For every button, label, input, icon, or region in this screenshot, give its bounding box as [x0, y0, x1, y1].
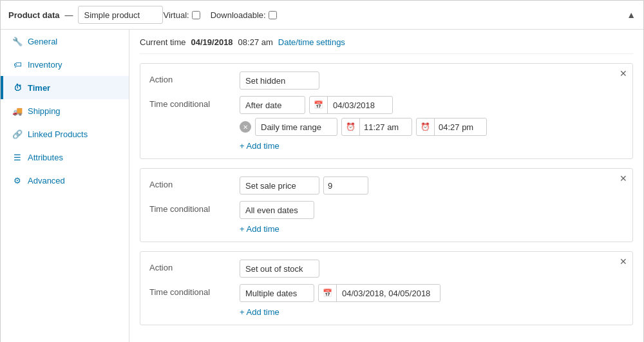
tag-icon: 🏷 [12, 59, 23, 70]
multiple-dates-select[interactable]: Multiple dates After date All even dates [240, 284, 314, 302]
product-data-wrapper: Product data — Simple product Variable p… [0, 0, 644, 342]
header-separator: — [64, 10, 73, 20]
remove-time-range-1[interactable]: ✕ [240, 121, 251, 133]
product-type-select[interactable]: Simple product Variable product Grouped … [78, 6, 163, 24]
action-block-2: ✕ Action Set sale price Set hidden Set v… [140, 168, 633, 242]
action-label-3: Action [149, 260, 233, 272]
action-controls-3: Set out of stock Set hidden Set visible … [240, 260, 623, 278]
date-input-wrapper-3[interactable]: 📅 [318, 284, 440, 302]
action-controls-row-1: Set hidden Set visible Set sale price Se… [240, 71, 623, 90]
time-conditional-row-1: Time conditional After date Before date … [149, 96, 623, 151]
action-select-wrapper-1[interactable]: Set hidden Set visible Set sale price Se… [240, 71, 319, 90]
sidebar-label-general: General [28, 37, 57, 46]
virtual-label[interactable]: Virtual: [163, 10, 200, 20]
time-start-wrapper[interactable]: ⏰ [341, 118, 412, 136]
date-input-wrapper-1[interactable]: 📅 [309, 96, 393, 114]
time-end-wrapper[interactable]: ⏰ [416, 118, 487, 136]
gear-icon: ⚙ [12, 175, 23, 185]
current-time-bar: Current time 04/19/2018 08:27 am Date/ti… [140, 37, 633, 54]
add-time-link-1[interactable]: + Add time [240, 141, 623, 151]
action-controls-row-2: Set sale price Set hidden Set visible Se… [240, 176, 623, 195]
collapse-button[interactable]: ▲ [627, 10, 636, 20]
action-block-3: ✕ Action Set out of stock Set hidden Set… [140, 251, 633, 325]
after-date-select-wrapper[interactable]: After date Before date On date [240, 96, 305, 114]
sidebar-label-inventory: Inventory [28, 60, 62, 70]
action-controls-row-3: Set out of stock Set hidden Set visible … [240, 260, 623, 278]
calendar-icon-1: 📅 [310, 97, 328, 113]
calendar-icon-3: 📅 [319, 285, 337, 301]
action-block-1: ✕ Action Set hidden Set visible Set sale… [140, 63, 633, 159]
daily-time-range-select-wrapper[interactable]: Daily time range Specific time [255, 118, 337, 136]
sidebar: 🔧 General 🏷 Inventory ⏱ Timer 🚚 Shipping… [1, 30, 129, 342]
product-type-select-wrapper[interactable]: Simple product Variable product Grouped … [78, 6, 163, 24]
time-conditional-controls-1: After date Before date On date 📅 [240, 96, 623, 151]
sidebar-item-advanced[interactable]: ⚙ Advanced [1, 169, 129, 192]
add-time-link-3[interactable]: + Add time [240, 307, 623, 317]
action-select-2[interactable]: Set sale price Set hidden Set visible Se… [240, 176, 319, 195]
multiple-dates-input[interactable] [337, 285, 440, 301]
multiple-dates-select-wrapper[interactable]: Multiple dates After date All even dates [240, 284, 314, 302]
sidebar-item-shipping[interactable]: 🚚 Shipping [1, 99, 129, 122]
sidebar-label-timer: Timer [28, 83, 50, 93]
action-label-2: Action [149, 176, 233, 189]
action-select-1[interactable]: Set hidden Set visible Set sale price Se… [240, 71, 319, 90]
action-select-wrapper-2[interactable]: Set sale price Set hidden Set visible Se… [240, 176, 319, 195]
add-action-link[interactable]: + Add action [140, 339, 186, 342]
sidebar-item-timer[interactable]: ⏱ Timer [1, 76, 129, 99]
downloadable-label[interactable]: Downloadable: [211, 10, 277, 20]
sidebar-item-linked-products[interactable]: 🔗 Linked Products [1, 122, 129, 146]
time-cond-row2a: All even dates All odd dates After date [240, 201, 623, 219]
after-date-select[interactable]: After date Before date On date [240, 96, 305, 114]
current-time-value: 08:27 am [238, 37, 273, 47]
action-label-1: Action [149, 71, 233, 84]
time-conditional-controls-2: All even dates All odd dates After date … [240, 201, 623, 234]
action-row-1: Action Set hidden Set visible Set sale p… [149, 71, 623, 90]
time-conditional-row-2: Time conditional All even dates All odd … [149, 201, 623, 234]
all-even-dates-select-wrapper[interactable]: All even dates All odd dates After date [240, 201, 314, 219]
time-cond-row1b: ✕ Daily time range Specific time ⏰ [240, 118, 623, 136]
action-controls-1: Set hidden Set visible Set sale price Se… [240, 71, 623, 90]
clock-start-icon: ⏰ [342, 119, 360, 135]
downloadable-checkbox[interactable] [269, 11, 277, 19]
sidebar-label-advanced: Advanced [28, 176, 65, 185]
current-time-date: 04/19/2018 [191, 37, 233, 47]
sidebar-item-general[interactable]: 🔧 General [1, 30, 129, 53]
daily-time-range-select[interactable]: Daily time range Specific time [255, 118, 337, 136]
time-conditional-row-3: Time conditional Multiple dates After da… [149, 284, 623, 317]
time-start-input[interactable] [360, 119, 412, 135]
timer-content: Current time 04/19/2018 08:27 am Date/ti… [129, 30, 643, 342]
sidebar-label-shipping: Shipping [28, 106, 61, 116]
wrench-icon: 🔧 [12, 36, 23, 46]
product-header: Product data — Simple product Variable p… [1, 1, 643, 30]
header-options: Virtual: Downloadable: [163, 10, 276, 20]
close-block-1-button[interactable]: ✕ [620, 69, 627, 78]
main-layout: 🔧 General 🏷 Inventory ⏱ Timer 🚚 Shipping… [1, 30, 643, 342]
action-controls-2: Set sale price Set hidden Set visible Se… [240, 176, 623, 195]
sidebar-label-linked-products: Linked Products [28, 129, 88, 139]
close-block-3-button[interactable]: ✕ [620, 257, 627, 266]
time-cond-row3a: Multiple dates After date All even dates… [240, 284, 623, 302]
clock-end-icon: ⏰ [417, 119, 435, 135]
list-icon: ☰ [12, 152, 23, 162]
all-even-dates-select[interactable]: All even dates All odd dates After date [240, 201, 314, 219]
truck-icon: 🚚 [12, 106, 23, 116]
sidebar-item-attributes[interactable]: ☰ Attributes [1, 146, 129, 169]
time-conditional-label-3: Time conditional [149, 284, 233, 297]
time-end-input[interactable] [435, 119, 486, 135]
link-icon: 🔗 [12, 129, 23, 139]
action-row-3: Action Set out of stock Set hidden Set v… [149, 260, 623, 278]
sidebar-label-attributes: Attributes [28, 153, 63, 162]
time-cond-row1a: After date Before date On date 📅 [240, 96, 623, 114]
date-input-1[interactable] [328, 97, 392, 113]
clock-icon: ⏱ [12, 82, 23, 93]
datetime-settings-link[interactable]: Date/time settings [278, 37, 345, 47]
action-select-wrapper-3[interactable]: Set out of stock Set hidden Set visible … [240, 260, 319, 278]
sidebar-item-inventory[interactable]: 🏷 Inventory [1, 53, 129, 76]
close-block-2-button[interactable]: ✕ [620, 174, 627, 183]
virtual-checkbox[interactable] [192, 11, 200, 19]
time-conditional-controls-3: Multiple dates After date All even dates… [240, 284, 623, 317]
action-select-3[interactable]: Set out of stock Set hidden Set visible … [240, 260, 319, 278]
sale-price-input[interactable] [323, 176, 368, 195]
add-time-link-2[interactable]: + Add time [240, 224, 623, 234]
time-conditional-label-1: Time conditional [149, 96, 233, 109]
